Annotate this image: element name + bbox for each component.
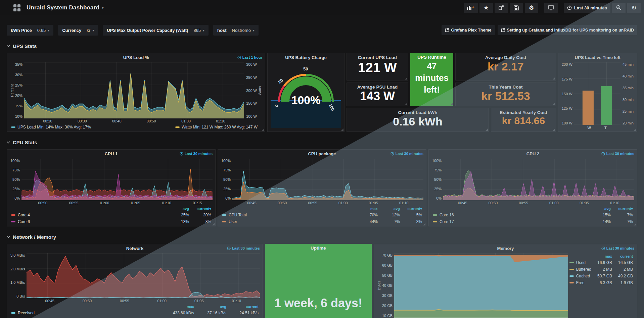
zoom-out-button[interactable] bbox=[612, 3, 626, 13]
save-button[interactable] bbox=[510, 3, 523, 13]
y-axis-ticks: 200 W175 W150 W125 W100 W bbox=[561, 62, 574, 125]
chart-plot[interactable] bbox=[27, 253, 260, 298]
refresh-button[interactable]: ↻ bbox=[627, 3, 641, 13]
dashboard-title[interactable]: Unraid System Dashboard bbox=[27, 4, 99, 11]
tv-mode-button[interactable] bbox=[544, 3, 558, 13]
panel-title[interactable]: CPU package bbox=[308, 151, 336, 156]
apps-grid-icon[interactable] bbox=[13, 4, 20, 11]
star-button[interactable]: ★ bbox=[479, 3, 493, 13]
bar-plot[interactable] bbox=[574, 62, 620, 125]
legend-series-toggle[interactable]: User bbox=[222, 219, 356, 224]
panel-title[interactable]: UPS Load vs Time left bbox=[575, 55, 620, 60]
panel-time-range[interactable]: Last 30 minutes bbox=[390, 152, 423, 156]
legend-legend: maxavgcurrent▾CPU Total70%12%5%User44%7%… bbox=[221, 206, 423, 225]
legend-series-toggle[interactable]: Used bbox=[569, 260, 591, 265]
add-panel-button[interactable]: + bbox=[464, 3, 478, 13]
legend-series-toggle[interactable]: Free bbox=[569, 280, 591, 285]
x-tick: 01:00 bbox=[100, 201, 109, 205]
x-tick: 00:55 bbox=[308, 201, 317, 205]
variables-bar: kWh Price 0.65▾ Currency kr▾ UPS Max Out… bbox=[7, 25, 637, 36]
legend-item[interactable]: UPS Load Min: 14% Max: 30% Avg: 17% bbox=[11, 125, 91, 129]
legend-column-max[interactable]: max bbox=[591, 254, 612, 258]
variable-value-dropdown[interactable]: 865▾ bbox=[193, 28, 204, 33]
panel-title[interactable]: Memory bbox=[497, 246, 514, 251]
time-range-label: Last 30 minutes bbox=[574, 5, 607, 10]
stat-title[interactable]: UPS Runtime bbox=[417, 55, 446, 60]
time-range-picker[interactable]: Last 30 minutes bbox=[564, 3, 610, 13]
panel-estimated-yearly-cost: Estimated Yearly Cost kr 814.66 bbox=[491, 108, 556, 132]
chart-plot[interactable] bbox=[394, 253, 568, 318]
caret-down-icon: ▾ bbox=[203, 29, 204, 32]
chart-plot[interactable] bbox=[21, 159, 213, 200]
legend-column-current[interactable]: current bbox=[612, 254, 633, 258]
legend-column-current[interactable]: current bbox=[226, 305, 259, 309]
y-tick: 75% bbox=[10, 168, 20, 172]
y-tick: 2.0 MB/s bbox=[10, 267, 25, 271]
panel-time-range[interactable]: Last 30 minutes bbox=[227, 246, 260, 250]
legend-column-avg[interactable]: avg bbox=[378, 207, 400, 211]
legend-label: User bbox=[229, 219, 237, 224]
y-tick: 45 min bbox=[623, 62, 634, 66]
legend-legend: maxavgcurrentReceived433.60 kB/s37.16 kB… bbox=[10, 304, 260, 318]
share-button[interactable] bbox=[495, 3, 508, 13]
panel-title[interactable]: Network bbox=[126, 246, 143, 251]
gauge-tick-100: 100 bbox=[328, 103, 335, 112]
section-network-memory[interactable]: Network / Memory bbox=[7, 233, 637, 241]
panel-title[interactable]: CPU 1 bbox=[105, 151, 118, 156]
legend-column-avg[interactable]: avg bbox=[167, 207, 189, 211]
legend-label: Cached bbox=[576, 274, 590, 278]
legend-series-toggle[interactable]: Cached bbox=[569, 274, 591, 278]
stat-title[interactable]: Uptime bbox=[311, 246, 326, 251]
y-tick: 100% bbox=[221, 159, 231, 163]
chart-plot[interactable] bbox=[232, 159, 423, 200]
legend-series-toggle[interactable]: CPU Total bbox=[222, 213, 356, 217]
legend-series-toggle[interactable]: Core 16 bbox=[433, 213, 589, 217]
panel-title[interactable]: UPS Load % bbox=[123, 55, 149, 60]
legend-series-toggle[interactable]: Core 6 bbox=[11, 219, 167, 224]
variable-value-dropdown[interactable]: Nostromo▾ bbox=[232, 28, 255, 33]
legend-marker bbox=[11, 312, 15, 314]
legend-series-toggle[interactable]: Core 17 bbox=[433, 219, 589, 224]
section-cpu-stats[interactable]: CPU Stats bbox=[7, 139, 637, 146]
stat-title[interactable]: Current UPS Load bbox=[358, 55, 397, 60]
y-axis-ticks: 70 GB60 GB50 GB40 GB30 GB20 GB10 GB bbox=[381, 253, 394, 318]
y-tick: 60 GB bbox=[382, 263, 393, 267]
title-caret-icon[interactable]: ▾ bbox=[102, 6, 104, 10]
legend-column-max[interactable]: max bbox=[162, 305, 194, 309]
panel-time-range[interactable]: Last 30 minutes bbox=[601, 246, 634, 250]
panel-time-range[interactable]: Last 30 minutes bbox=[601, 152, 634, 156]
legend-series-toggle[interactable]: Core 4 bbox=[11, 213, 167, 217]
y-tick: 100 W bbox=[246, 114, 257, 118]
legend-value: 49.2 GB bbox=[612, 274, 633, 278]
variable-value-dropdown[interactable]: kr▾ bbox=[87, 28, 94, 33]
panel-title[interactable]: CPU 2 bbox=[526, 151, 539, 156]
settings-button[interactable]: ⚙ bbox=[525, 3, 538, 13]
legend-column-current[interactable]: current▾ bbox=[189, 207, 211, 211]
panel-time-range[interactable]: Last 1 hour bbox=[237, 55, 262, 59]
legend-value: 16.9 GB bbox=[591, 260, 612, 265]
panel-time-range[interactable]: Last 30 minutes bbox=[180, 152, 213, 156]
section-ups-stats[interactable]: UPS Stats bbox=[7, 42, 637, 50]
legend-series-toggle[interactable]: Received bbox=[11, 311, 162, 315]
stat-title[interactable]: Average PSU Load bbox=[357, 85, 398, 90]
legend-column-current[interactable]: current▾ bbox=[400, 207, 422, 211]
stat-title[interactable]: Estimated Yearly Cost bbox=[500, 110, 547, 115]
variable-value-dropdown[interactable]: 0.65▾ bbox=[37, 28, 49, 33]
legend-column-max[interactable]: max bbox=[356, 207, 378, 211]
legend-row: User44%7%3% bbox=[222, 218, 422, 225]
link-grafana-plex-theme[interactable]: Grafana Plex Theme bbox=[442, 25, 495, 35]
stat-title[interactable]: This Years Cost bbox=[489, 85, 522, 90]
panel-title[interactable]: UPS Battery Charge bbox=[285, 55, 327, 60]
legend-column-current[interactable]: current▾ bbox=[611, 207, 633, 211]
legend-column-avg[interactable]: avg bbox=[194, 305, 226, 309]
legend-item[interactable]: Watts Min: 121 W Max: 260 W Avg: 147 W bbox=[175, 125, 258, 129]
chart-plot[interactable] bbox=[443, 159, 634, 200]
x-tick: 00:45 bbox=[247, 201, 257, 205]
legend-series-toggle[interactable]: Buffered bbox=[569, 267, 591, 272]
legend-column-avg[interactable]: avg bbox=[589, 207, 611, 211]
stat-title[interactable]: Average Daily Cost bbox=[485, 55, 526, 60]
link-grafana-influxdb-setup[interactable]: Setting up Grafana and InfluxDB for UPS … bbox=[498, 25, 637, 35]
stat-title[interactable]: Current Load kWh bbox=[398, 110, 438, 115]
chart-plot[interactable] bbox=[24, 62, 244, 118]
cpu-stats-row: CPU 1 Last 30 minutes 100%75%50%25%0%00:… bbox=[7, 149, 637, 226]
